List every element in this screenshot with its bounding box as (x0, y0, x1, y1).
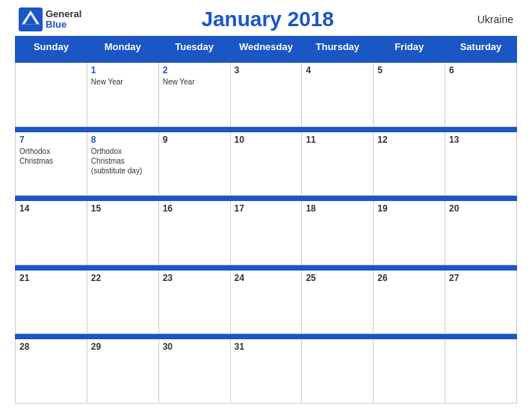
holiday-text-2: New Year (163, 77, 226, 87)
day-number-18: 18 (306, 203, 369, 214)
cell-w0-d6: 6 (445, 63, 517, 126)
day-number-27: 27 (449, 273, 513, 283)
day-number-15: 15 (91, 203, 155, 214)
cell-w4-d5 (374, 339, 445, 404)
day-number-30: 30 (163, 342, 226, 352)
cell-w2-d6: 20 (445, 201, 517, 265)
cell-w1-d6: 13 (445, 132, 517, 195)
day-number-11: 11 (306, 135, 369, 145)
week-divider-1 (16, 126, 517, 132)
day-number-16: 16 (163, 203, 226, 214)
day-number-31: 31 (235, 342, 298, 352)
day-number-26: 26 (377, 273, 441, 283)
country-label: Ukraine (454, 13, 513, 25)
week-row-2: 14151617181920 (16, 201, 517, 265)
day-number-4: 4 (306, 65, 369, 75)
cell-w1-d4: 11 (302, 132, 374, 195)
day-number-29: 29 (91, 342, 155, 352)
cell-w1-d3: 10 (230, 132, 302, 195)
cell-w1-d1: 8Orthodox Christmas (substitute day) (87, 132, 158, 195)
cell-w3-d4: 25 (302, 270, 374, 333)
cell-w0-d0 (16, 63, 87, 126)
header-sunday: Sunday (16, 37, 87, 58)
cell-w0-d1: 1New Year (87, 63, 158, 126)
cell-w4-d6 (445, 339, 517, 404)
day-number-8: 8 (91, 135, 155, 145)
logo-text: General Blue (46, 9, 81, 31)
calendar-body: 1New Year2New Year34567Orthodox Christma… (16, 58, 517, 404)
cell-w2-d1: 15 (87, 201, 158, 265)
week-divider-3 (16, 265, 517, 270)
header-monday: Monday (87, 37, 158, 58)
cell-w0-d3: 3 (230, 63, 302, 126)
cell-w2-d2: 16 (158, 201, 230, 265)
day-number-20: 20 (449, 203, 513, 214)
holiday-text-8: Orthodox Christmas (substitute day) (91, 146, 155, 176)
day-number-12: 12 (377, 135, 441, 145)
week-divider-4 (16, 334, 517, 339)
day-number-23: 23 (163, 273, 226, 283)
cell-w4-d1: 29 (87, 339, 158, 404)
cell-w2-d4: 18 (302, 201, 374, 265)
cell-w2-d5: 19 (374, 201, 445, 265)
day-number-2: 2 (163, 65, 226, 75)
cell-w1-d5: 12 (374, 132, 445, 195)
weekday-header-row: Sunday Monday Tuesday Wednesday Thursday… (16, 37, 517, 58)
cell-w3-d6: 27 (445, 270, 517, 333)
logo-blue: Blue (46, 19, 81, 30)
day-number-14: 14 (19, 203, 83, 214)
logo-general: General (46, 9, 81, 19)
holiday-text-7: Orthodox Christmas (19, 146, 83, 166)
week-row-0: 1New Year2New Year3456 (16, 63, 517, 126)
day-number-22: 22 (91, 273, 155, 283)
cell-w1-d0: 7Orthodox Christmas (16, 132, 87, 195)
day-number-6: 6 (449, 65, 513, 75)
day-number-28: 28 (19, 342, 83, 352)
calendar-header: General Blue January 2018 Ukraine (15, 7, 517, 31)
day-number-9: 9 (163, 135, 226, 145)
week-divider-2 (16, 196, 517, 201)
header-wednesday: Wednesday (230, 37, 302, 58)
cell-w3-d5: 26 (374, 270, 445, 333)
header-saturday: Saturday (445, 37, 517, 58)
cell-w0-d4: 4 (302, 63, 374, 126)
holiday-text-1: New Year (91, 77, 155, 87)
cell-w0-d5: 5 (374, 63, 445, 126)
week-row-3: 21222324252627 (16, 270, 517, 333)
day-number-3: 3 (235, 65, 298, 75)
day-number-25: 25 (306, 273, 369, 283)
header-thursday: Thursday (302, 37, 374, 58)
week-divider-0 (16, 58, 517, 63)
cell-w2-d0: 14 (16, 201, 87, 265)
day-number-5: 5 (377, 65, 441, 75)
cell-w4-d4 (302, 339, 374, 404)
cell-w4-d3: 31 (230, 339, 302, 404)
cell-w2-d3: 17 (230, 201, 302, 265)
logo-icon (19, 7, 43, 31)
header-tuesday: Tuesday (158, 37, 230, 58)
cell-w1-d2: 9 (158, 132, 230, 195)
day-number-13: 13 (449, 135, 513, 145)
day-number-1: 1 (91, 65, 155, 75)
day-number-19: 19 (377, 203, 441, 214)
cell-w3-d3: 24 (230, 270, 302, 333)
day-number-24: 24 (235, 273, 298, 283)
cell-w3-d1: 22 (87, 270, 158, 333)
cell-w4-d0: 28 (16, 339, 87, 404)
calendar-title: January 2018 (81, 7, 454, 31)
day-number-7: 7 (19, 135, 83, 145)
day-number-10: 10 (235, 135, 298, 145)
header-friday: Friday (374, 37, 445, 58)
cell-w3-d2: 23 (158, 270, 230, 333)
cell-w0-d2: 2New Year (158, 63, 230, 126)
cell-w4-d2: 30 (158, 339, 230, 404)
week-row-1: 7Orthodox Christmas8Orthodox Christmas (… (16, 132, 517, 195)
day-number-21: 21 (19, 273, 83, 283)
day-number-17: 17 (235, 203, 298, 214)
week-row-4: 28293031 (16, 339, 517, 404)
logo: General Blue (19, 7, 81, 31)
calendar-table: Sunday Monday Tuesday Wednesday Thursday… (15, 36, 517, 404)
cell-w3-d0: 21 (16, 270, 87, 333)
